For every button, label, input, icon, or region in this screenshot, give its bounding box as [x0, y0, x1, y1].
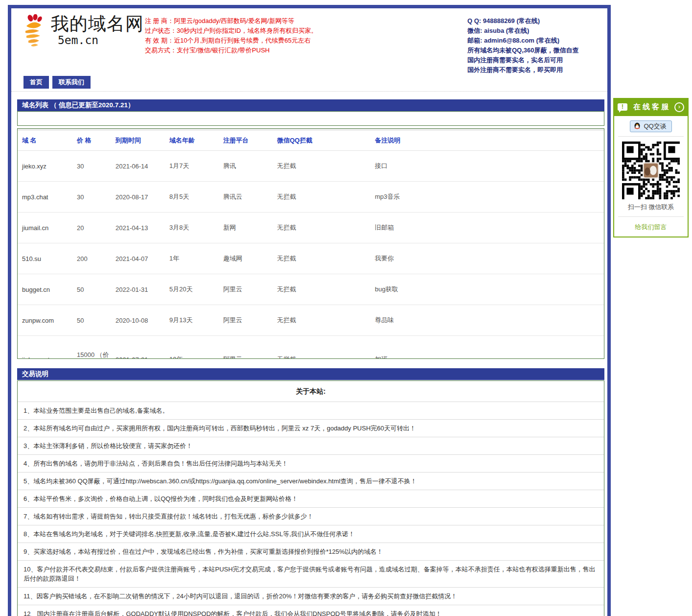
domain-table: 域 名 价 格 到期时间 域名年龄 注册平台 微信QQ拦截 备注说明 jieko… [18, 129, 604, 359]
cell-block: 无拦截 [273, 305, 370, 336]
page-frame: 我的域名网 5em.cn 注 册 商：阿里云/godaddy/西部数码/爱名网/… [8, 5, 611, 616]
cell-domain: jiaban.net [18, 336, 72, 359]
contact-line: Q Q: 948888269 (常在线) [467, 16, 579, 26]
cell-remark: 接口 [370, 151, 604, 182]
cell-age: 9月13天 [165, 305, 219, 336]
cell-domain: zunpw.com [18, 305, 72, 336]
notice-line: 注 册 商：阿里云/godaddy/西部数码/爱名网/新网等等 [145, 16, 317, 26]
cell-domain: bugget.cn [18, 274, 72, 305]
col-header-registrar: 注册平台 [219, 130, 273, 151]
table-row: jiaban.net 15000 （价格可议） 2021-07-21 10年 阿… [18, 336, 604, 359]
notice-line: 过户状态：30秒内过户到你指定ID，域名终身所有权归买家。 [145, 26, 317, 36]
cell-expiry: 2020-08-17 [111, 182, 165, 213]
table-row: mp3.chat 30 2020-08-17 8月5天 腾讯云 无拦截 mp3音… [18, 182, 604, 213]
cell-remark: 我要你 [370, 243, 604, 274]
table-row: bugget.cn 50 2022-01-31 5月20天 阿里云 无拦截 bu… [18, 274, 604, 305]
note-item: 6、本站平价售米，多次询价，价格自动上调，以QQ报价为准，同时我们也会及时更新网… [18, 490, 604, 508]
service-body: QQ交谈 扫一扫 微信联系 给我们留言 [613, 116, 689, 237]
cell-price: 15000 （价格可议） [72, 336, 111, 359]
service-header: ! 在 线 客 服 › [613, 98, 689, 116]
notice-line: 有 效 期：近10个月,到期自行到账号续费，代续费65元左右 [145, 36, 317, 46]
cell-remark: 尊品味 [370, 305, 604, 336]
collapse-arrow-icon[interactable]: › [674, 102, 684, 112]
cell-registrar: 腾讯 [219, 151, 273, 182]
seller-notice: 注 册 商：阿里云/godaddy/西部数码/爱名网/新网等等 过户状态：30秒… [145, 16, 317, 55]
cell-remark: 旧邮箱 [370, 213, 604, 243]
note-item: 11、因客户购买错域名，在不影响二次销售的情况下，24小时内可以退回，退回的话，… [18, 588, 604, 605]
qq-chat-button[interactable]: QQ交谈 [630, 120, 671, 132]
cell-price: 200 [72, 243, 111, 274]
cell-registrar: 阿里云 [219, 305, 273, 336]
main-nav: 首页 联系我们 [23, 76, 91, 89]
cell-domain: 510.su [18, 243, 72, 274]
cell-block: 无拦截 [273, 243, 370, 274]
contact-line: 邮箱: admin6@88.com (常在线) [467, 36, 579, 46]
cell-expiry: 2021-07-21 [111, 336, 165, 359]
cell-block: 无拦截 [273, 336, 370, 359]
about-heading: 关于本站: [18, 381, 604, 402]
cell-expiry: 2022-01-31 [111, 274, 165, 305]
table-row: jiumail.cn 20 2021-04-13 3月8天 新网 无拦截 旧邮箱 [18, 213, 604, 243]
cell-block: 无拦截 [273, 274, 370, 305]
note-item: 9、买家选好域名，本站有报过价，但在过户中，发现域名已经出售，作为补偿，买家可重… [18, 543, 604, 561]
cell-expiry: 2021-04-13 [111, 213, 165, 243]
note-item: 3、本站主张薄利多销，所以价格比较便宜，请买家勿还价！ [18, 437, 604, 455]
note-item: 10、客户付款并不代表交易结束，付款后客户提供注册商账号，本站PUSH完才交易完… [18, 561, 604, 588]
chat-bubble-icon: ! [618, 103, 627, 111]
cell-registrar: 腾讯云 [219, 182, 273, 213]
col-header-expiry: 到期时间 [111, 130, 165, 151]
cell-price: 50 [72, 274, 111, 305]
cell-domain: jiumail.cn [18, 213, 72, 243]
cell-price: 20 [72, 213, 111, 243]
rooster-logo-icon [20, 14, 48, 47]
cell-expiry: 2020-10-08 [111, 305, 165, 336]
cell-block: 无拦截 [273, 213, 370, 243]
col-header-remark: 备注说明 [370, 130, 604, 151]
cell-domain: mp3.chat [18, 182, 72, 213]
table-row: 510.su 200 2021-04-07 1年 趣域网 无拦截 我要你 [18, 243, 604, 274]
divider [618, 136, 684, 137]
site-logo: 我的域名网 5em.cn [20, 14, 144, 47]
cell-age: 1年 [165, 243, 219, 274]
cell-age: 8月5天 [165, 182, 219, 213]
table-row: zunpw.com 50 2020-10-08 9月13天 阿里云 无拦截 尊品… [18, 305, 604, 336]
nav-home-button[interactable]: 首页 [23, 76, 49, 89]
filter-strip [17, 111, 604, 126]
cell-registrar: 新网 [219, 213, 273, 243]
cell-expiry: 2021-06-14 [111, 151, 165, 182]
col-header-block: 微信QQ拦截 [273, 130, 370, 151]
contact-line: 国内注册商需要实名，实名后可用 [467, 55, 579, 65]
site-title: 我的域名网 [51, 14, 144, 34]
leave-message-link[interactable]: 给我们留言 [635, 223, 667, 232]
cell-domain: jieko.xyz [18, 151, 72, 182]
cell-remark: bug获取 [370, 274, 604, 305]
domain-table-container: 域 名 价 格 到期时间 域名年龄 注册平台 微信QQ拦截 备注说明 jieko… [17, 128, 604, 359]
col-header-age: 域名年龄 [165, 130, 219, 151]
col-header-domain: 域 名 [18, 130, 72, 151]
nav-contact-button[interactable]: 联系我们 [52, 76, 91, 89]
cell-registrar: 阿里云 [219, 274, 273, 305]
domain-list-title-bar: 域名列表 （ 信息已更新至2020.7.21） [17, 99, 604, 111]
service-title: 在 线 客 服 [627, 102, 674, 112]
trade-notes-container: 关于本站: 1、本站业务范围主要是出售自己的域名,备案域名。 2、本站所有域名均… [17, 380, 604, 616]
col-header-price: 价 格 [72, 130, 111, 151]
cell-price: 50 [72, 305, 111, 336]
cell-age: 3月8天 [165, 213, 219, 243]
scan-hint-text: 扫一扫 微信联系 [614, 203, 688, 212]
contact-line: 微信: aisuba (常在线) [467, 26, 579, 36]
contact-info: Q Q: 948888269 (常在线) 微信: aisuba (常在线) 邮箱… [467, 16, 579, 75]
note-item: 1、本站业务范围主要是出售自己的域名,备案域名。 [18, 402, 604, 420]
contact-line: 国外注册商不需要实名，即买即用 [467, 65, 579, 75]
trade-notes-title-bar: 交易说明 [17, 368, 604, 380]
cell-expiry: 2021-04-07 [111, 243, 165, 274]
cell-age: 5月20天 [165, 274, 219, 305]
wechat-qr-code [622, 142, 680, 199]
table-header-row: 域 名 价 格 到期时间 域名年龄 注册平台 微信QQ拦截 备注说明 [18, 130, 604, 151]
cell-price: 30 [72, 151, 111, 182]
contact-line: 所有域名均未被QQ,360屏蔽，微信自查 [467, 46, 579, 55]
note-item: 2、本站所有域名均可自由过户，买家拥用所有权，国内注册商均可转出，西部数码秒转出… [18, 420, 604, 437]
cell-remark: mp3音乐 [370, 182, 604, 213]
cell-block: 无拦截 [273, 151, 370, 182]
dotted-divider [11, 91, 607, 92]
cell-block: 无拦截 [273, 182, 370, 213]
